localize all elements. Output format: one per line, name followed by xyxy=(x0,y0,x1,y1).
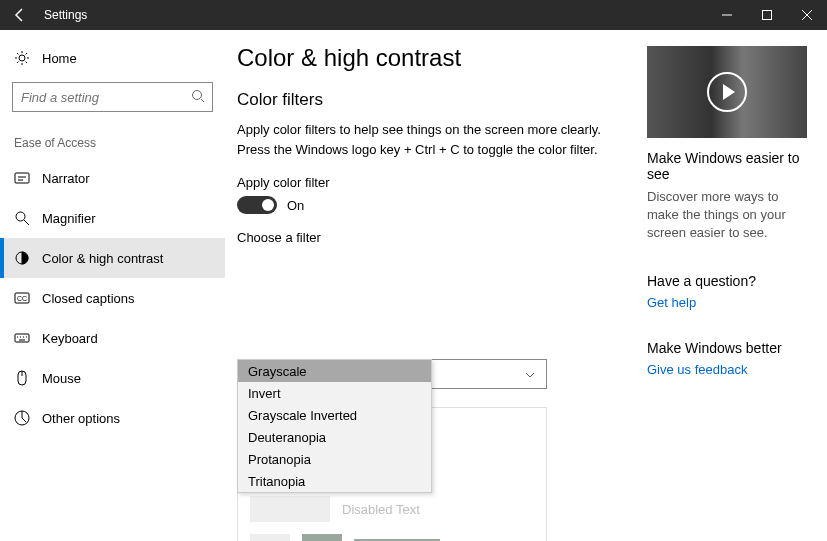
titlebar: Settings xyxy=(0,0,827,30)
magnifier-icon xyxy=(14,210,30,226)
minimize-button[interactable] xyxy=(707,0,747,30)
sidebar: Home Ease of Access Narrator Magnifier C… xyxy=(0,30,225,541)
help-video-thumbnail[interactable] xyxy=(647,46,807,138)
preview-swatch xyxy=(250,496,330,522)
sidebar-item-narrator[interactable]: Narrator xyxy=(0,158,225,198)
search-box[interactable] xyxy=(12,82,213,112)
filter-option-tritanopia[interactable]: Tritanopia xyxy=(238,470,431,492)
filters-description: Apply color filters to help see things o… xyxy=(237,120,633,159)
sidebar-item-closed-captions[interactable]: CC Closed captions xyxy=(0,278,225,318)
filter-option-grayscale[interactable]: Grayscale xyxy=(238,360,431,382)
svg-text:CC: CC xyxy=(17,295,27,302)
right-pane: Make Windows easier to see Discover more… xyxy=(633,40,807,541)
nav-label: Color & high contrast xyxy=(42,251,163,266)
options-icon xyxy=(14,410,30,426)
filter-option-invert[interactable]: Invert xyxy=(238,382,431,404)
contrast-icon xyxy=(14,250,30,266)
svg-rect-8 xyxy=(15,334,29,342)
apply-filter-label: Apply color filter xyxy=(237,175,633,190)
nav-label: Closed captions xyxy=(42,291,135,306)
filter-option-deuteranopia[interactable]: Deuteranopia xyxy=(238,426,431,448)
svg-point-1 xyxy=(19,55,25,61)
video-description: Discover more ways to make the things on… xyxy=(647,188,807,243)
svg-point-2 xyxy=(193,91,202,100)
filter-option-grayscale-inverted[interactable]: Grayscale Inverted xyxy=(238,404,431,426)
better-heading: Make Windows better xyxy=(647,340,807,356)
sidebar-item-other-options[interactable]: Other options xyxy=(0,398,225,438)
home-button[interactable]: Home xyxy=(0,40,225,76)
svg-rect-0 xyxy=(763,11,772,20)
sidebar-item-mouse[interactable]: Mouse xyxy=(0,358,225,398)
filter-option-protanopia[interactable]: Protanopia xyxy=(238,448,431,470)
get-help-link[interactable]: Get help xyxy=(647,295,807,310)
play-icon xyxy=(707,72,747,112)
svg-point-4 xyxy=(16,212,25,221)
maximize-button[interactable] xyxy=(747,0,787,30)
category-label: Ease of Access xyxy=(0,126,225,158)
section-color-filters: Color filters xyxy=(237,90,633,110)
sidebar-item-color-contrast[interactable]: Color & high contrast xyxy=(0,238,225,278)
preview-swatch-selected xyxy=(302,534,342,541)
narrator-icon xyxy=(14,170,30,186)
back-button[interactable] xyxy=(0,0,40,30)
search-input[interactable] xyxy=(12,82,213,112)
nav-label: Keyboard xyxy=(42,331,98,346)
content-area: Color & high contrast Color filters Appl… xyxy=(237,40,633,541)
choose-filter-label: Choose a filter xyxy=(237,230,633,245)
mouse-icon xyxy=(14,370,30,386)
preview-swatch xyxy=(250,534,290,541)
preview-disabled-label: Disabled Text xyxy=(342,502,420,517)
chevron-down-icon xyxy=(524,369,536,381)
captions-icon: CC xyxy=(14,290,30,306)
nav-label: Narrator xyxy=(42,171,90,186)
toggle-state-label: On xyxy=(287,198,304,213)
question-heading: Have a question? xyxy=(647,273,807,289)
keyboard-icon xyxy=(14,330,30,346)
svg-rect-3 xyxy=(15,173,29,183)
app-title: Settings xyxy=(40,8,87,22)
sidebar-item-keyboard[interactable]: Keyboard xyxy=(0,318,225,358)
nav-label: Other options xyxy=(42,411,120,426)
feedback-link[interactable]: Give us feedback xyxy=(647,362,807,377)
filter-dropdown-open[interactable]: Grayscale Invert Grayscale Inverted Deut… xyxy=(237,359,432,493)
nav-label: Mouse xyxy=(42,371,81,386)
page-title: Color & high contrast xyxy=(237,44,633,72)
sidebar-item-magnifier[interactable]: Magnifier xyxy=(0,198,225,238)
home-label: Home xyxy=(42,51,77,66)
search-icon xyxy=(191,89,205,103)
apply-filter-toggle[interactable] xyxy=(237,196,277,214)
video-title: Make Windows easier to see xyxy=(647,150,807,182)
gear-icon xyxy=(14,50,30,66)
nav-label: Magnifier xyxy=(42,211,95,226)
close-button[interactable] xyxy=(787,0,827,30)
